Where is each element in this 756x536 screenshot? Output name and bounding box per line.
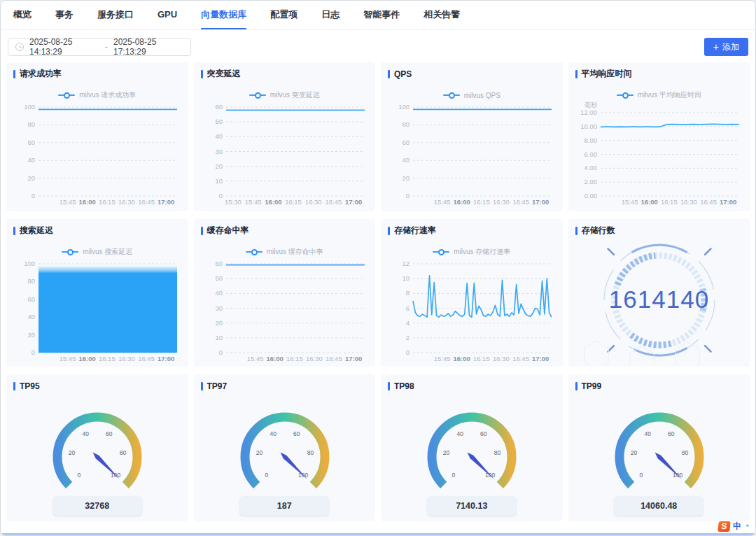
legend-label: milvus 存储行速率	[454, 247, 510, 257]
svg-text:0: 0	[77, 472, 80, 479]
title-accent-bar	[201, 227, 203, 235]
gauge-svg: 020406080100	[388, 401, 556, 493]
svg-text:80: 80	[120, 449, 127, 456]
line-chart: 605040302010015:3015:4516:0016:1516:3016…	[201, 101, 369, 206]
svg-text:80: 80	[27, 120, 35, 128]
svg-text:15:45: 15:45	[59, 355, 76, 362]
svg-text:60: 60	[668, 430, 675, 437]
svg-text:16:30: 16:30	[680, 198, 697, 206]
svg-text:30: 30	[215, 304, 223, 312]
card-title: 搜索延迟	[20, 225, 53, 237]
chart-legend[interactable]: milvus QPS	[388, 91, 556, 99]
svg-text:80: 80	[494, 449, 501, 456]
svg-text:16:15: 16:15	[660, 198, 677, 206]
svg-text:16:00: 16:00	[79, 355, 96, 362]
svg-text:16:45: 16:45	[325, 198, 342, 206]
card-tp99: TP99 020406080100 14060.48	[568, 374, 750, 521]
tech-ring-widget: 1614140	[575, 237, 743, 365]
svg-text:60: 60	[215, 103, 223, 111]
add-button[interactable]: + 添加	[704, 38, 748, 56]
title-accent-bar	[388, 227, 390, 235]
card-title: 缓存命中率	[207, 225, 249, 237]
card-title: 存储行速率	[394, 225, 436, 237]
chart-legend[interactable]: milvus 搜索延迟	[13, 248, 181, 256]
chart-legend[interactable]: milvus 请求成功率	[13, 91, 181, 99]
svg-text:4.00: 4.00	[584, 164, 597, 171]
line-series-icon	[443, 92, 460, 99]
svg-text:16:00: 16:00	[454, 198, 470, 206]
svg-text:16:45: 16:45	[700, 198, 717, 206]
svg-text:16:30: 16:30	[118, 198, 135, 206]
svg-text:6.00: 6.00	[584, 150, 597, 158]
time-range-end: 2025-08-25 17:13:29	[113, 37, 183, 57]
card-title: TP98	[394, 381, 414, 391]
tab-smart-events[interactable]: 智能事件	[363, 1, 400, 29]
gauge-svg: 020406080100	[575, 401, 743, 493]
svg-text:8: 8	[406, 289, 410, 297]
svg-text:80: 80	[402, 120, 410, 128]
chart-legend[interactable]: milvus 平均响应时间	[575, 91, 743, 99]
svg-text:50: 50	[215, 274, 223, 282]
ime-toolbar[interactable]: S 中 ＊	[718, 521, 751, 533]
legend-label: milvus QPS	[464, 92, 500, 99]
svg-text:16:15: 16:15	[473, 198, 490, 206]
card-tp98: TP98 020406080100 7140.13	[381, 374, 563, 521]
svg-text:80: 80	[681, 449, 688, 456]
top-tab-bar: 概览 事务 服务接口 GPU 向量数据库 配置项 日志 智能事件 相关告警	[1, 1, 755, 30]
time-range-picker[interactable]: 2025-08-25 14:13:29 - 2025-08-25 17:13:2…	[8, 38, 191, 56]
svg-text:80: 80	[27, 277, 35, 285]
line-series-icon	[617, 92, 634, 99]
tab-transactions[interactable]: 事务	[55, 1, 74, 29]
gauge-value: 14060.48	[614, 496, 704, 516]
chart-legend[interactable]: milvus 突变延迟	[201, 91, 369, 99]
svg-text:16:15: 16:15	[473, 355, 490, 362]
svg-text:20: 20	[69, 449, 76, 456]
line-series-icon	[58, 92, 75, 99]
svg-text:30: 30	[215, 148, 223, 155]
tab-config-items[interactable]: 配置项	[270, 1, 298, 29]
ime-mode-indicator[interactable]: 中	[733, 521, 741, 533]
svg-text:17:00: 17:00	[158, 355, 174, 362]
svg-text:100: 100	[24, 103, 35, 111]
gauge-value: 187	[239, 496, 329, 516]
svg-text:40: 40	[82, 430, 89, 437]
svg-text:8.00: 8.00	[584, 136, 597, 144]
chart-legend[interactable]: milvus 存储行速率	[388, 248, 556, 256]
card-title: 存储行数	[582, 225, 615, 237]
svg-text:60: 60	[27, 139, 35, 146]
svg-text:16:00: 16:00	[265, 198, 281, 206]
title-accent-bar	[575, 382, 578, 390]
svg-text:0: 0	[451, 472, 455, 479]
tab-vector-database[interactable]: 向量数据库	[201, 1, 246, 29]
line-series-icon	[249, 92, 266, 99]
tab-overview[interactable]: 概览	[13, 1, 31, 29]
svg-text:40: 40	[456, 430, 463, 437]
card-tp97: TP97 020406080100 187	[194, 374, 376, 521]
time-range-start: 2025-08-25 14:13:29	[29, 37, 99, 57]
ime-logo-icon[interactable]: S	[718, 521, 731, 532]
card-request-success-rate: 请求成功率 milvus 请求成功率 10080604020015:4516:0…	[6, 62, 188, 211]
svg-text:60: 60	[27, 295, 35, 303]
line-chart: 10080604020015:4516:0016:1516:3016:4517:…	[13, 101, 181, 206]
svg-text:20: 20	[27, 174, 35, 182]
title-accent-bar	[575, 227, 578, 235]
svg-text:15:45: 15:45	[434, 355, 451, 362]
svg-text:16:15: 16:15	[99, 355, 115, 362]
chart-svg: 12108642015:4516:0016:1516:3016:4517:00	[388, 258, 556, 363]
svg-text:16:45: 16:45	[512, 198, 529, 206]
svg-text:10.00: 10.00	[580, 122, 597, 130]
tab-logs[interactable]: 日志	[321, 1, 340, 29]
ime-extra-icon: ＊	[744, 522, 751, 532]
svg-text:16:15: 16:15	[285, 198, 302, 206]
tab-service-api[interactable]: 服务接口	[97, 1, 134, 29]
svg-text:10: 10	[402, 274, 410, 282]
tab-gpu[interactable]: GPU	[158, 1, 177, 29]
card-storage-row-count: 存储行数 1614140	[568, 219, 750, 367]
svg-text:0.00: 0.00	[584, 192, 597, 199]
svg-text:0: 0	[265, 472, 268, 479]
legend-label: milvus 突变延迟	[270, 90, 320, 100]
card-title: TP97	[207, 381, 227, 391]
chart-legend[interactable]: milvus 缓存命中率	[201, 248, 369, 256]
tab-related-alerts[interactable]: 相关告警	[424, 1, 460, 29]
card-mutation-latency: 突变延迟 milvus 突变延迟 605040302010015:3015:45…	[194, 62, 376, 211]
